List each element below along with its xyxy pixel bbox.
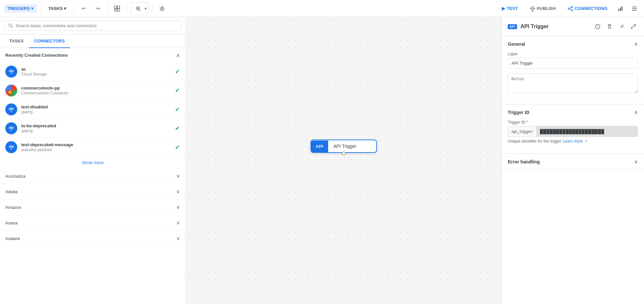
top-toolbar: TRIGGERS ▾ TASKS ▾ ↩ ↪ ▾ ▶ TEST PUBLISH … [0, 0, 644, 17]
category-amazon[interactable]: Amazon ∨ [0, 200, 185, 215]
general-section-header[interactable]: General ∧ [502, 36, 644, 52]
help-button[interactable]: ? [593, 22, 602, 31]
api-trigger-connector-dot [342, 152, 346, 155]
chevron-down-icon: ∨ [176, 204, 180, 210]
expand-button[interactable] [629, 22, 638, 31]
tabs-row: TASKS CONNECTORS [0, 34, 185, 48]
trigger-id-value: ████████████████████ [537, 126, 638, 137]
recent-connections-header[interactable]: Recently Created Connections ∧ [0, 48, 185, 62]
connections-label: CONNECTIONS [575, 6, 608, 11]
redo-button[interactable]: ↪ [92, 3, 103, 14]
list-item[interactable]: to-be-deprecated qwerty ✔ [0, 119, 185, 138]
list-item[interactable]: commercetools-pp Commercetools Connector… [0, 81, 185, 100]
separator-5 [152, 4, 152, 13]
triggers-chevron-icon: ▾ [31, 6, 33, 11]
wifi-icon [8, 106, 15, 113]
svg-rect-2 [114, 9, 117, 11]
undo-button[interactable]: ↩ [78, 3, 89, 14]
category-name: Adobe [5, 189, 18, 194]
separator-1 [41, 4, 41, 13]
right-panel: API API Trigger ? General [501, 17, 644, 304]
connection-icon-ac [5, 66, 17, 78]
svg-line-11 [569, 7, 571, 8]
error-handling-section-header[interactable]: Error handling ∨ [502, 154, 644, 169]
trigger-id-help-text: Unique identifier for the trigger [508, 139, 561, 144]
api-trigger-text: API Trigger [328, 140, 362, 152]
svg-line-20 [12, 27, 13, 28]
category-name: Asana [5, 220, 18, 225]
layout-button[interactable] [111, 3, 123, 14]
zoom-in-button[interactable] [133, 3, 144, 14]
svg-rect-13 [618, 9, 619, 11]
analytics-button[interactable] [615, 3, 626, 14]
connection-name: test-disabled [21, 104, 171, 109]
main-area: TASKS CONNECTORS Recently Created Connec… [0, 17, 644, 304]
category-acumatica[interactable]: Acumatica ∨ [0, 168, 185, 184]
list-item[interactable]: test-disabled qwerty ✔ [0, 100, 185, 119]
chevron-down-icon: ∨ [176, 189, 180, 195]
tasks-label: TASKS [48, 6, 63, 11]
test-button[interactable]: ▶ TEST [497, 4, 522, 13]
magic-button[interactable] [156, 3, 168, 14]
connection-sub: sukruths-petstore [21, 148, 171, 152]
canvas-area[interactable]: API API Trigger [186, 17, 501, 304]
triggers-label: TRIGGERS [7, 6, 30, 11]
svg-line-5 [139, 10, 141, 11]
connection-sub: qwerty [21, 129, 171, 133]
trigger-id-section-body: Trigger ID * api_trigger/ ██████████████… [502, 120, 644, 153]
label-field-label: Label [508, 52, 638, 56]
list-item[interactable]: ac Cloud Storage ✔ [0, 62, 185, 81]
connections-button[interactable]: CONNECTIONS [563, 4, 612, 13]
category-asana[interactable]: Asana ∨ [0, 215, 185, 231]
chevron-down-icon: ∨ [176, 173, 180, 179]
left-panel: TASKS CONNECTORS Recently Created Connec… [0, 17, 186, 304]
separator-2 [74, 4, 74, 13]
api-trigger-node[interactable]: API API Trigger [311, 140, 377, 153]
tasks-chevron-icon: ▾ [64, 6, 66, 11]
tasks-button[interactable]: TASKS ▾ [45, 4, 70, 13]
zoom-group: ▾ [131, 2, 148, 15]
category-name: Acumatica [5, 174, 26, 179]
category-avalara[interactable]: Avalara ∨ [0, 231, 185, 246]
status-check-icon: ✔ [175, 106, 180, 113]
list-item[interactable]: test-deprecated-message sukruths-petstor… [0, 138, 185, 157]
svg-rect-15 [621, 6, 622, 11]
api-badge: API [508, 24, 517, 29]
label-input[interactable] [508, 58, 638, 69]
publish-button[interactable]: PUBLISH [525, 4, 560, 13]
external-link-icon: ↗ [584, 139, 587, 144]
connection-name: commercetools-pp [21, 86, 171, 91]
search-input-wrap [4, 21, 181, 31]
recent-chevron-icon: ∧ [176, 52, 180, 58]
svg-point-19 [9, 24, 12, 27]
svg-line-12 [569, 9, 571, 10]
tab-tasks[interactable]: TASKS [4, 34, 29, 48]
svg-rect-0 [114, 6, 117, 8]
svg-rect-22 [12, 88, 14, 91]
wifi-icon [8, 68, 15, 75]
trigger-id-section-header[interactable]: Trigger ID ∧ [502, 104, 644, 120]
category-adobe[interactable]: Adobe ∨ [0, 184, 185, 200]
trigger-id-chevron-icon: ∧ [634, 109, 638, 115]
delete-button[interactable] [605, 22, 614, 31]
menu-button[interactable] [629, 3, 640, 14]
svg-rect-14 [620, 8, 621, 11]
tab-connectors[interactable]: CONNECTORS [29, 34, 70, 48]
zoom-chevron-icon: ▾ [145, 6, 146, 11]
connection-icon-test-deprecated-message [5, 141, 17, 153]
pin-button[interactable] [617, 22, 626, 31]
triggers-button[interactable]: TRIGGERS ▾ [4, 4, 37, 13]
connection-info-commercetools: commercetools-pp Commercetools Connector [21, 86, 171, 95]
recent-connections-title: Recently Created Connections [5, 53, 68, 58]
notes-textarea[interactable] [508, 73, 638, 93]
connection-info-test-deprecated-message: test-deprecated-message sukruths-petstor… [21, 142, 171, 152]
search-input[interactable] [16, 23, 177, 28]
show-more-link[interactable]: Show more [82, 160, 104, 165]
search-bar [0, 17, 185, 34]
error-handling-section-title: Error handling [508, 159, 540, 164]
notes-field [508, 73, 638, 94]
learn-more-link[interactable]: Learn more [562, 139, 583, 144]
search-icon [8, 23, 13, 28]
svg-rect-1 [117, 6, 120, 8]
svg-point-10 [571, 10, 573, 11]
